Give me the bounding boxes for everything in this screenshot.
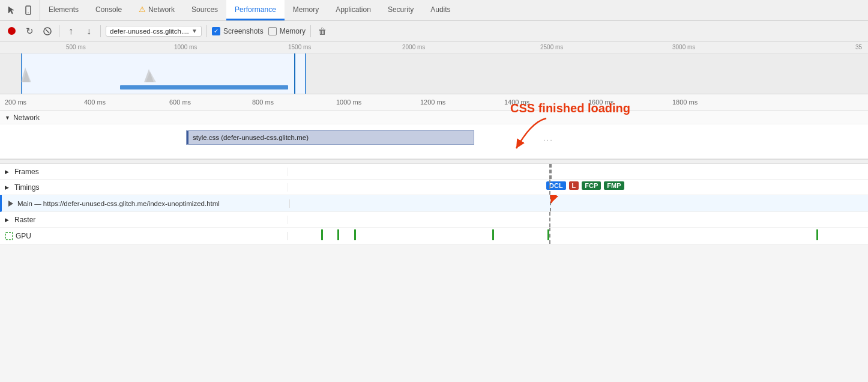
tab-application[interactable]: Application xyxy=(327,0,379,20)
timings-label-area[interactable]: ▶ Timings xyxy=(0,183,288,192)
tick-end: 35 xyxy=(855,44,862,50)
tab-performance[interactable]: Performance xyxy=(226,0,285,20)
timings-label: Timings xyxy=(14,183,40,192)
timings-row: ▶ Timings DCL L FCP FMP xyxy=(0,180,868,195)
gpu-bar-3 xyxy=(354,229,356,240)
section-divider xyxy=(0,159,868,164)
timing-badges: DCL L FCP FMP xyxy=(546,181,626,190)
tab-console[interactable]: Console xyxy=(87,0,130,20)
timings-arrow[interactable]: ▶ xyxy=(5,184,9,190)
raster-arrow[interactable]: ▶ xyxy=(5,217,9,223)
tab-sources[interactable]: Sources xyxy=(183,0,226,20)
frames-label-area[interactable]: ▶ Frames xyxy=(0,168,288,176)
memory-checkbox-label[interactable]: Memory xyxy=(268,27,306,35)
tab-audits[interactable]: Audits xyxy=(422,0,459,20)
gpu-icon xyxy=(5,232,13,240)
overview-content[interactable] xyxy=(0,53,868,94)
tick-1000ms: 1000 ms xyxy=(174,44,197,50)
tab-security[interactable]: Security xyxy=(379,0,422,20)
import-button[interactable]: ↑ xyxy=(64,25,77,38)
main-row: Main — https://defer-unused-css.glitch.m… xyxy=(0,195,868,212)
overview-blue-bar xyxy=(120,85,288,89)
main-label-text: Main xyxy=(17,200,32,207)
warning-icon: ⚠ xyxy=(139,5,146,14)
raster-row: ▶ Raster xyxy=(0,212,868,228)
raster-timeline xyxy=(288,212,868,227)
frames-arrow[interactable]: ▶ xyxy=(5,169,9,175)
tick-1000ms: 1000 ms xyxy=(336,99,361,106)
css-resource-bar[interactable]: style.css (defer-unused-css.glitch.me) xyxy=(186,130,474,145)
tab-icon-group xyxy=(0,0,40,20)
tab-network[interactable]: ⚠ Network xyxy=(130,0,183,20)
frames-timeline xyxy=(288,164,868,179)
tick-1500ms: 1500 ms xyxy=(288,44,311,50)
svg-marker-8 xyxy=(8,201,13,207)
gpu-bar-6 xyxy=(816,229,818,240)
screenshots-checkbox[interactable]: ✓ xyxy=(212,27,220,35)
separator-4 xyxy=(310,25,311,37)
tick-2000ms: 2000 ms xyxy=(402,44,425,50)
tick-2500ms: 2500 ms xyxy=(540,44,563,50)
toolbar: ↻ ↑ ↓ defer-unused-css.glitch.... ▼ ✓ Sc… xyxy=(0,21,868,41)
url-text: defer-unused-css.glitch.... xyxy=(110,28,189,35)
gpu-bar-1 xyxy=(321,229,323,240)
url-dropdown[interactable]: defer-unused-css.glitch.... ▼ xyxy=(106,26,202,37)
tick-600ms: 600 ms xyxy=(169,99,191,106)
network-collapse-arrow[interactable]: ▼ xyxy=(5,115,10,121)
raster-label: Raster xyxy=(14,216,35,224)
raster-vline xyxy=(549,212,550,227)
screenshots-checkbox-label[interactable]: ✓ Screenshots xyxy=(212,27,264,35)
tick-200ms: 200 ms xyxy=(5,99,26,106)
overview-ruler: 500 ms 1000 ms 1500 ms 2000 ms 2500 ms 3… xyxy=(0,41,868,53)
resource-bar-tick xyxy=(187,131,188,144)
tick-500ms: 500 ms xyxy=(66,44,86,50)
main-timeline: FCP xyxy=(290,195,868,211)
record-button[interactable] xyxy=(5,25,18,38)
tick-3000ms: 3000 ms xyxy=(672,44,695,50)
tick-1800ms: 1800 ms xyxy=(672,99,698,106)
svg-rect-9 xyxy=(5,232,13,240)
bottom-panel: ▶ Frames ▶ Timings DCL L FCP FMP xyxy=(0,164,868,244)
overview-waveform xyxy=(0,58,306,85)
reload-button[interactable]: ↻ xyxy=(23,25,36,38)
gpu-bar-2 xyxy=(337,229,339,240)
tab-memory[interactable]: Memory xyxy=(285,0,327,20)
separator-2 xyxy=(100,25,101,37)
main-dash: — xyxy=(34,200,43,207)
badge-fcp: FCP xyxy=(582,181,601,190)
tick-800ms: 800 ms xyxy=(252,99,274,106)
frames-label: Frames xyxy=(14,168,39,176)
tick-1200ms: 1200 ms xyxy=(420,99,445,106)
main-ruler: 200 ms 400 ms 600 ms 800 ms 1000 ms 1200… xyxy=(0,94,868,111)
svg-line-3 xyxy=(46,29,49,33)
tick-400ms: 400 ms xyxy=(84,99,106,106)
gpu-label-area[interactable]: GPU xyxy=(0,232,288,240)
raster-label-area[interactable]: ▶ Raster xyxy=(0,216,288,224)
main-vline xyxy=(550,195,551,211)
export-button[interactable]: ↓ xyxy=(82,25,95,38)
tick-1600ms: 1600 ms xyxy=(588,99,613,106)
timings-vline xyxy=(549,180,550,195)
overview-overlay-right xyxy=(306,53,868,94)
svg-point-1 xyxy=(28,13,29,14)
main-label: Main — https://defer-unused-css.glitch.m… xyxy=(17,200,220,207)
memory-checkbox[interactable] xyxy=(268,27,277,35)
stop-button[interactable] xyxy=(41,25,54,38)
cursor-icon[interactable] xyxy=(5,4,18,17)
memory-label: Memory xyxy=(280,27,306,35)
main-play-icon[interactable] xyxy=(7,199,15,208)
network-section: ▼ Network style.css (defer-unused-css.gl… xyxy=(0,111,868,159)
gpu-label: GPU xyxy=(16,232,31,240)
clear-button[interactable]: 🗑 xyxy=(316,25,329,38)
gpu-bar-4 xyxy=(492,229,494,240)
tab-bar: Elements Console ⚠ Network Sources Perfo… xyxy=(0,0,868,21)
screenshots-label: Screenshots xyxy=(223,27,264,35)
tab-elements[interactable]: Elements xyxy=(40,0,87,20)
css-resource-label: style.css (defer-unused-css.glitch.me) xyxy=(190,134,309,141)
mobile-icon[interactable] xyxy=(22,4,35,17)
network-section-header[interactable]: ▼ Network xyxy=(0,111,868,124)
badge-l: L xyxy=(569,181,579,190)
network-content: style.css (defer-unused-css.glitch.me) ·… xyxy=(0,124,868,157)
frames-vline2 xyxy=(550,164,552,179)
main-label-area[interactable]: Main — https://defer-unused-css.glitch.m… xyxy=(2,199,290,208)
